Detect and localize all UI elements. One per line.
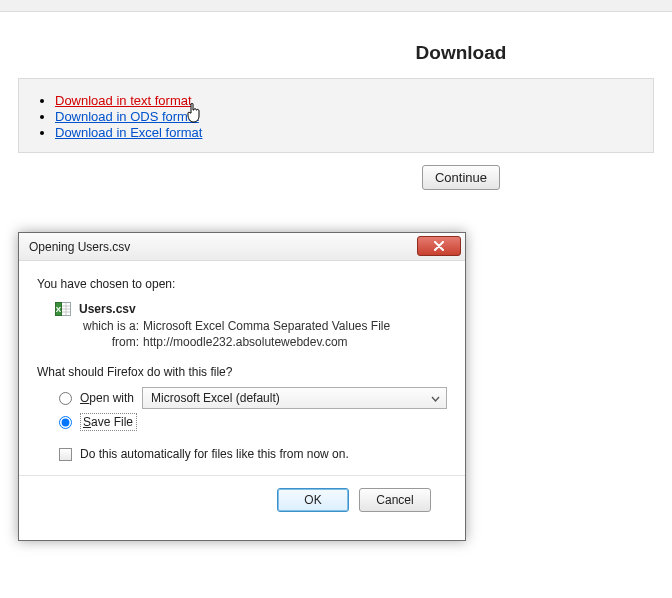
which-is-label: which is a: bbox=[81, 319, 139, 333]
auto-label: Do this automatically for files like thi… bbox=[80, 447, 349, 461]
list-item: Download in ODS format bbox=[55, 109, 637, 124]
continue-row: Continue bbox=[0, 165, 672, 190]
close-icon bbox=[433, 241, 445, 251]
svg-text:X: X bbox=[56, 305, 62, 314]
dialog-titlebar[interactable]: Opening Users.csv bbox=[19, 233, 465, 261]
file-open-dialog: Opening Users.csv You have chosen to ope… bbox=[18, 232, 466, 541]
open-with-label: Open with bbox=[80, 391, 134, 405]
open-with-select[interactable]: Microsoft Excel (default) bbox=[142, 387, 447, 409]
page-title: Download bbox=[0, 42, 672, 64]
continue-button[interactable]: Continue bbox=[422, 165, 500, 190]
which-is-value: Microsoft Excel Comma Separated Values F… bbox=[143, 319, 390, 333]
download-panel: Download in text format Download in ODS … bbox=[18, 78, 654, 153]
open-with-selected-value: Microsoft Excel (default) bbox=[151, 391, 280, 405]
from-label: from: bbox=[81, 335, 139, 349]
ok-button[interactable]: OK bbox=[277, 488, 349, 512]
auto-checkbox[interactable] bbox=[59, 448, 72, 461]
csv-file-icon: X bbox=[55, 301, 71, 317]
dialog-footer: OK Cancel bbox=[37, 476, 447, 526]
list-item: Download in text format bbox=[55, 93, 637, 108]
download-excel-format-link[interactable]: Download in Excel format bbox=[55, 125, 202, 140]
save-file-radio[interactable] bbox=[59, 416, 72, 429]
download-text-format-link[interactable]: Download in text format bbox=[55, 93, 192, 108]
list-item: Download in Excel format bbox=[55, 125, 637, 140]
download-ods-format-link[interactable]: Download in ODS format bbox=[55, 109, 199, 124]
save-file-label: Save File bbox=[80, 413, 137, 431]
save-file-row: Save File bbox=[59, 413, 447, 431]
cancel-button[interactable]: Cancel bbox=[359, 488, 431, 512]
dialog-question: What should Firefox do with this file? bbox=[37, 365, 447, 379]
dialog-title: Opening Users.csv bbox=[29, 240, 130, 254]
dialog-intro: You have chosen to open: bbox=[37, 277, 447, 291]
chevron-down-icon bbox=[431, 391, 440, 405]
open-with-row: Open with Microsoft Excel (default) bbox=[59, 387, 447, 409]
from-value: http://moodle232.absolutewebdev.com bbox=[143, 335, 348, 349]
close-button[interactable] bbox=[417, 236, 461, 256]
auto-row: Do this automatically for files like thi… bbox=[59, 447, 447, 461]
open-with-radio[interactable] bbox=[59, 392, 72, 405]
window-tab-strip bbox=[0, 0, 672, 12]
dialog-filename: Users.csv bbox=[79, 302, 136, 316]
